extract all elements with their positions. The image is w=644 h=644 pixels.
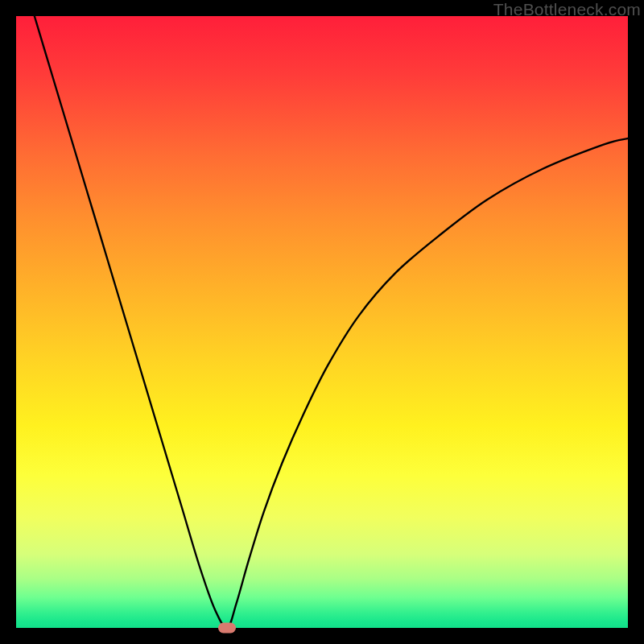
chart-plot-area <box>16 16 628 628</box>
watermark-text: TheBottleneck.com <box>493 0 641 19</box>
bottleneck-gradient-background <box>16 16 628 628</box>
